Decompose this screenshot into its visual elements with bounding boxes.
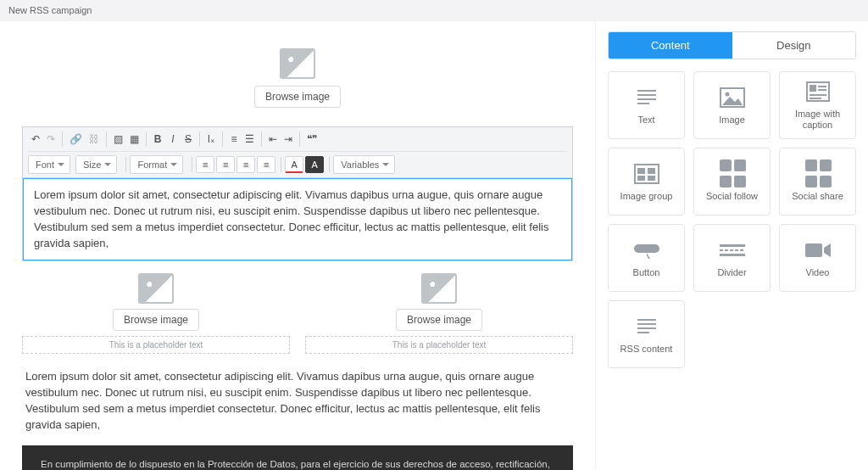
svg-rect-8	[818, 86, 826, 87]
svg-rect-7	[810, 85, 816, 92]
rich-text-editor[interactable]: ↶ ↷ 🔗 ⛓ ▧ ▦ B I S Iₓ	[22, 126, 573, 261]
bold-button[interactable]: B	[150, 131, 165, 148]
svg-rect-19	[720, 249, 723, 251]
image-icon[interactable]: ▧	[110, 131, 126, 148]
blockquote-icon[interactable]: ❝❞	[303, 131, 320, 148]
caption-placeholder[interactable]: This is a placeholder text	[305, 336, 573, 354]
bullet-list-icon[interactable]: ☰	[242, 131, 258, 148]
email-footer[interactable]: En cumplimiento de lo dispuesto en la Pr…	[22, 445, 573, 470]
svg-rect-24	[720, 254, 745, 256]
svg-rect-20	[725, 249, 728, 251]
image-group-icon	[632, 162, 661, 186]
svg-rect-3	[637, 103, 649, 104]
undo-icon[interactable]: ↶	[28, 131, 43, 148]
page-title: New RSS campaign	[0, 0, 868, 21]
browse-image-button[interactable]: Browse image	[396, 309, 482, 331]
button-icon	[632, 238, 661, 262]
svg-rect-10	[810, 94, 826, 96]
svg-rect-16	[648, 176, 655, 181]
divider-icon	[718, 238, 747, 262]
block-text[interactable]: Text	[608, 71, 685, 139]
social-share-icon	[804, 162, 832, 186]
block-image-group[interactable]: Image group	[608, 148, 685, 215]
svg-rect-26	[637, 319, 656, 321]
image-placeholder-icon	[138, 273, 174, 304]
unlink-icon[interactable]: ⛓	[86, 131, 103, 148]
bg-color-button[interactable]: A	[305, 156, 324, 173]
svg-rect-21	[730, 249, 733, 251]
block-social-share[interactable]: Social share	[779, 148, 856, 215]
numbered-list-icon[interactable]: ≡	[226, 131, 242, 148]
block-social-follow[interactable]: Social follow	[693, 148, 771, 215]
email-canvas[interactable]: Browse image ↶ ↷ 🔗 ⛓ ▧ ▦ B I	[0, 21, 595, 470]
svg-rect-0	[637, 90, 656, 92]
align-justify-icon[interactable]: ≡	[257, 156, 275, 173]
browse-image-button[interactable]: Browse image	[254, 86, 341, 108]
sidebar: Content Design Text Image Image with cap…	[595, 21, 868, 470]
indent-icon[interactable]: ⇥	[281, 131, 296, 148]
strike-button[interactable]: S	[181, 131, 196, 148]
variables-select[interactable]: Variables	[333, 155, 395, 174]
tab-content[interactable]: Content	[609, 32, 732, 59]
align-left-icon[interactable]: ≡	[196, 156, 214, 173]
svg-rect-17	[634, 244, 659, 253]
image-placeholder-icon	[421, 273, 457, 304]
clear-format-button[interactable]: Iₓ	[203, 131, 219, 148]
font-select[interactable]: Font	[28, 155, 70, 174]
format-select[interactable]: Format	[130, 155, 183, 174]
svg-rect-9	[818, 89, 826, 91]
svg-rect-25	[805, 243, 822, 257]
svg-rect-11	[810, 98, 821, 99]
svg-rect-28	[637, 327, 656, 329]
svg-rect-15	[637, 176, 645, 181]
text-icon	[632, 86, 661, 109]
block-video[interactable]: Video	[779, 224, 856, 292]
redo-icon[interactable]: ↷	[43, 131, 58, 148]
image-icon	[718, 86, 747, 109]
text-color-button[interactable]: A	[285, 156, 303, 173]
italic-button[interactable]: I	[165, 131, 181, 148]
table-icon[interactable]: ▦	[126, 131, 142, 148]
svg-rect-2	[637, 98, 656, 100]
browse-image-button[interactable]: Browse image	[113, 309, 199, 331]
align-center-icon[interactable]: ≡	[216, 156, 235, 173]
block-image[interactable]: Image	[693, 71, 771, 139]
link-icon[interactable]: 🔗	[66, 131, 86, 148]
social-follow-icon	[718, 162, 747, 186]
svg-rect-23	[740, 249, 743, 251]
svg-rect-27	[637, 323, 656, 325]
caption-placeholder[interactable]: This is a placeholder text	[22, 336, 290, 354]
footer-text: En cumplimiento de lo dispuesto en la Pr…	[41, 459, 550, 470]
rss-icon	[632, 315, 661, 339]
block-divider[interactable]: Divider	[693, 224, 771, 292]
svg-rect-29	[637, 332, 649, 333]
svg-rect-22	[735, 249, 738, 251]
tab-design[interactable]: Design	[732, 32, 856, 59]
svg-rect-14	[648, 168, 655, 174]
svg-point-5	[725, 92, 729, 96]
editor-toolbar: ↶ ↷ 🔗 ⛓ ▧ ▦ B I S Iₓ	[23, 127, 572, 178]
outdent-icon[interactable]: ⇤	[265, 131, 281, 148]
block-button[interactable]: Button	[608, 224, 685, 292]
image-caption-icon	[804, 80, 832, 104]
video-icon	[804, 238, 832, 262]
align-right-icon[interactable]: ≡	[236, 156, 255, 173]
size-select[interactable]: Size	[75, 155, 117, 174]
block-image-caption[interactable]: Image with caption	[779, 71, 856, 139]
image-placeholder-icon	[280, 48, 315, 79]
editor-textarea[interactable]: Lorem ipsum dolor sit amet, consectetur …	[23, 178, 572, 260]
block-rss[interactable]: RSS content	[608, 300, 685, 368]
svg-rect-13	[637, 168, 645, 174]
svg-rect-18	[720, 244, 745, 247]
body-paragraph[interactable]: Lorem ipsum dolor sit amet, consectetur …	[22, 369, 573, 445]
svg-rect-1	[637, 94, 656, 96]
